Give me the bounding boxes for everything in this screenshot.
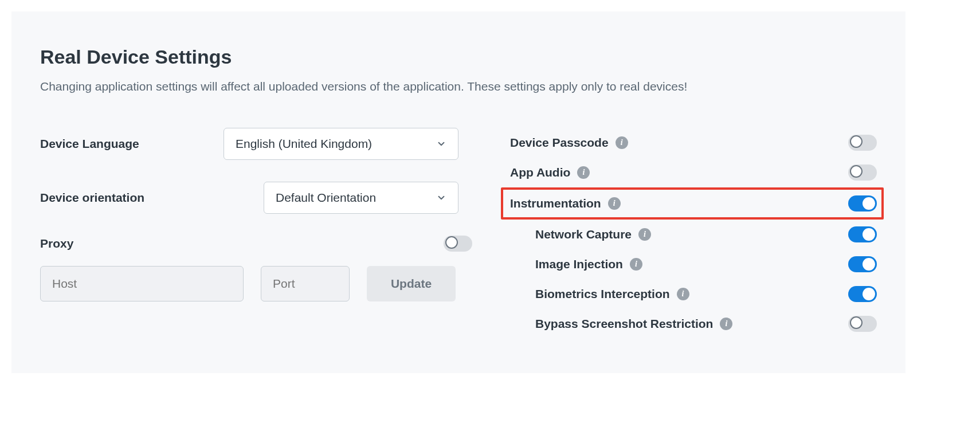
toggle-switch[interactable] (848, 316, 877, 332)
device-orientation-value: Default Orientation (276, 191, 376, 205)
toggle-label-wrap: App Audioi (510, 166, 590, 179)
proxy-port-input[interactable] (261, 266, 350, 301)
proxy-toggle[interactable] (444, 236, 472, 252)
left-column: Device Language English (United Kingdom)… (40, 128, 476, 339)
toggle-row-device-passcode: Device Passcodei (510, 128, 877, 158)
chevron-down-icon (436, 139, 446, 149)
device-language-row: Device Language English (United Kingdom) (40, 128, 476, 160)
info-icon[interactable]: i (677, 288, 689, 300)
info-icon[interactable]: i (630, 258, 642, 271)
device-orientation-label: Device orientation (40, 191, 224, 205)
columns-wrap: Device Language English (United Kingdom)… (40, 128, 877, 339)
toggle-row-image-injection: Image Injectioni (510, 249, 877, 279)
toggle-label-wrap: Biometrics Interceptioni (535, 287, 689, 301)
toggle-label: Bypass Screenshot Restriction (535, 317, 713, 331)
info-icon[interactable]: i (608, 197, 621, 210)
device-language-value: English (United Kingdom) (236, 137, 372, 151)
toggle-label: Instrumentation (510, 197, 601, 210)
toggle-row-bypass-screenshot-restriction: Bypass Screenshot Restrictioni (510, 309, 877, 339)
toggle-switch[interactable] (848, 164, 877, 181)
proxy-inputs: Update (40, 266, 476, 301)
toggle-switch[interactable] (848, 286, 877, 302)
toggle-row-app-audio: App Audioi (510, 158, 877, 187)
toggle-switch[interactable] (848, 195, 877, 211)
toggle-label-wrap: Instrumentationi (510, 197, 621, 210)
toggle-row-instrumentation: Instrumentationi (510, 192, 877, 215)
proxy-section: Proxy Update (40, 236, 476, 301)
info-icon[interactable]: i (616, 136, 628, 149)
toggle-label: Device Passcode (510, 136, 609, 150)
info-icon[interactable]: i (720, 318, 732, 330)
toggle-row-biometrics-interception: Biometrics Interceptioni (510, 279, 877, 309)
page-subtitle: Changing application settings will affec… (40, 80, 877, 93)
toggle-label-wrap: Device Passcodei (510, 136, 628, 150)
toggle-row-network-capture: Network Capturei (510, 220, 877, 249)
toggle-switch[interactable] (848, 135, 877, 151)
device-language-select[interactable]: English (United Kingdom) (224, 128, 458, 160)
info-icon[interactable]: i (638, 228, 651, 241)
highlight-annotation: Instrumentationi (501, 187, 884, 220)
proxy-header: Proxy (40, 236, 476, 252)
device-orientation-row: Device orientation Default Orientation (40, 182, 476, 214)
info-icon[interactable]: i (577, 166, 590, 179)
toggle-label-wrap: Network Capturei (535, 228, 651, 241)
device-language-label: Device Language (40, 137, 224, 151)
toggle-label-wrap: Bypass Screenshot Restrictioni (535, 317, 732, 331)
chevron-down-icon (436, 193, 446, 203)
proxy-label: Proxy (40, 237, 444, 250)
right-column: Device PasscodeiApp AudioiInstrumentatio… (510, 128, 877, 339)
toggle-switch[interactable] (848, 226, 877, 242)
proxy-host-input[interactable] (40, 266, 244, 301)
toggle-label: Biometrics Interception (535, 287, 670, 301)
settings-panel: Real Device Settings Changing applicatio… (11, 11, 905, 373)
toggle-label: Image Injection (535, 257, 623, 271)
device-orientation-select[interactable]: Default Orientation (264, 182, 458, 214)
page-title: Real Device Settings (40, 46, 877, 68)
toggle-label: App Audio (510, 166, 570, 179)
toggle-label-wrap: Image Injectioni (535, 257, 642, 271)
toggle-switch[interactable] (848, 256, 877, 272)
toggle-label: Network Capture (535, 228, 632, 241)
proxy-update-button[interactable]: Update (367, 266, 456, 301)
